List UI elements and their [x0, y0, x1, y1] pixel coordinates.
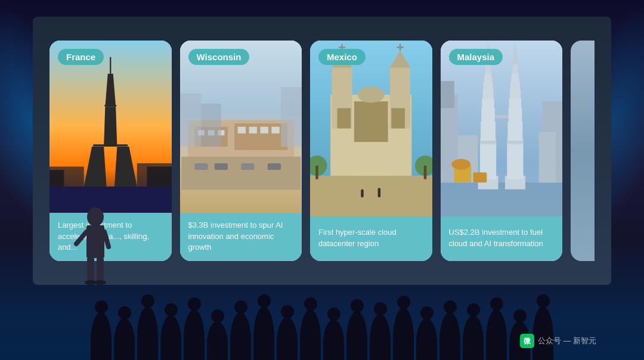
cards-container: France Largest investment to accelerate …: [33, 17, 611, 285]
audience-member: [532, 306, 553, 360]
svg-rect-72: [494, 115, 508, 119]
svg-rect-53: [378, 188, 381, 197]
svg-rect-74: [507, 142, 523, 179]
svg-rect-78: [509, 98, 521, 109]
svg-rect-26: [214, 163, 227, 170]
svg-rect-21: [249, 127, 256, 134]
svg-rect-51: [424, 166, 427, 179]
card-france-image: France: [49, 41, 172, 213]
svg-rect-89: [473, 172, 487, 182]
audience-member: [370, 314, 391, 360]
svg-marker-4: [104, 107, 117, 147]
svg-rect-83: [512, 64, 518, 74]
mexico-label: Mexico: [318, 49, 366, 65]
card-mexico: Mexico First hyper-scale cloud datacente…: [310, 41, 432, 261]
audience-member: [207, 321, 228, 360]
audience-member: [393, 308, 414, 360]
audience-member: [91, 312, 112, 360]
presentation-screen: France Largest investment to accelerate …: [33, 17, 611, 285]
watermark-icon: 微: [520, 334, 534, 348]
svg-rect-87: [538, 132, 555, 182]
mexico-description: First hyper-scale cloud datacenter regio…: [310, 216, 432, 261]
audience-member: [230, 312, 251, 360]
svg-rect-58: [441, 81, 454, 108]
svg-rect-77: [508, 108, 522, 123]
svg-rect-64: [482, 98, 494, 109]
svg-rect-20: [237, 127, 245, 134]
svg-rect-28: [267, 163, 280, 170]
svg-rect-76: [507, 122, 522, 141]
audience-member: [323, 319, 344, 360]
audience-member: [114, 318, 135, 360]
svg-rect-43: [354, 101, 388, 142]
card-partial-image: [571, 41, 595, 261]
svg-rect-44: [338, 108, 351, 128]
svg-rect-27: [241, 163, 254, 170]
svg-rect-24: [181, 157, 301, 190]
malaysia-description: US$2.2B investment to fuel cloud and AI …: [441, 216, 563, 261]
presenter-silhouette: [72, 205, 119, 283]
svg-rect-22: [260, 127, 268, 134]
wisconsin-label: Wisconsin: [188, 49, 250, 65]
svg-rect-25: [194, 163, 208, 170]
svg-rect-55: [441, 182, 563, 216]
svg-point-90: [451, 159, 470, 170]
svg-rect-23: [271, 127, 279, 134]
card-wisconsin-image: Wisconsin: [180, 41, 302, 213]
watermark: 微 公众号 — 新智元: [520, 334, 596, 348]
audience-member: [486, 309, 507, 360]
svg-line-93: [76, 232, 86, 244]
svg-rect-50: [315, 166, 318, 179]
card-mexico-image: Mexico: [310, 41, 432, 216]
card-partial: [571, 41, 595, 261]
svg-rect-52: [361, 190, 364, 198]
audience-member: [184, 309, 205, 360]
svg-rect-63: [481, 108, 495, 123]
svg-rect-12: [147, 167, 171, 187]
svg-rect-79: [509, 89, 520, 100]
svg-line-94: [104, 232, 109, 247]
audience-member: [137, 306, 158, 360]
svg-rect-30: [281, 87, 302, 147]
audience-member: [300, 309, 321, 360]
audience-member: [253, 306, 274, 360]
wisconsin-description: $3.3B investment to spur AI innovation a…: [180, 213, 302, 261]
audience-member: [463, 315, 484, 360]
card-wisconsin: Wisconsin $3.3B investment to spur AI in…: [180, 41, 302, 261]
audience-member: [439, 312, 460, 360]
audience-member: [346, 311, 367, 360]
svg-rect-31: [201, 104, 221, 147]
card-malaysia-image: Malaysia: [441, 41, 563, 216]
france-label: France: [58, 49, 104, 65]
svg-point-91: [87, 207, 104, 226]
svg-rect-45: [391, 108, 405, 128]
svg-rect-11: [49, 170, 64, 187]
svg-rect-65: [482, 89, 493, 100]
svg-rect-47: [310, 176, 432, 216]
malaysia-label: Malaysia: [449, 49, 503, 65]
card-malaysia: Malaysia US$2.2B investment to fuel clou…: [441, 41, 563, 261]
audience-member: [416, 318, 437, 360]
svg-rect-62: [481, 122, 496, 141]
svg-rect-92: [86, 225, 104, 258]
watermark-text: 公众号 — 新智元: [538, 336, 596, 346]
svg-point-46: [358, 86, 385, 103]
audience-member: [277, 317, 298, 360]
audience-member: [160, 315, 181, 360]
svg-rect-69: [485, 64, 491, 74]
svg-rect-29: [180, 94, 201, 147]
